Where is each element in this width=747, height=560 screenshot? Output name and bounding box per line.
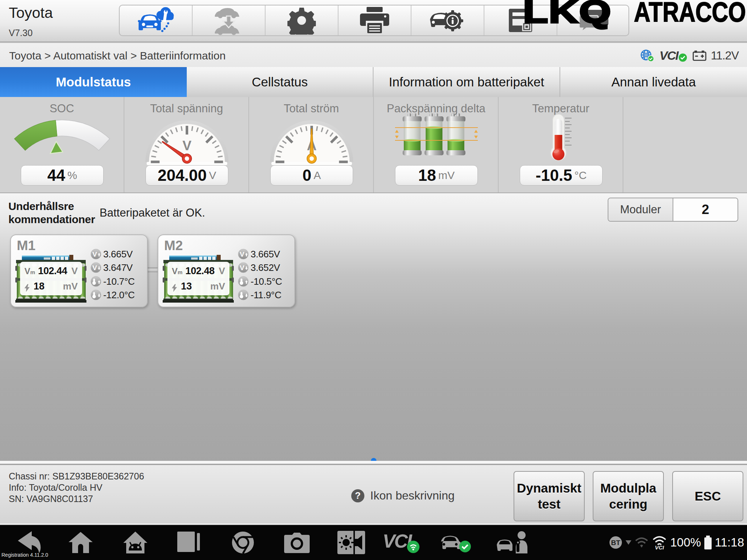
svg-text:V: V <box>182 138 191 153</box>
svg-text:V: V <box>92 264 97 272</box>
svg-text:V: V <box>240 264 244 272</box>
svg-text:V: V <box>240 250 244 258</box>
svg-text:VCI: VCI <box>655 544 665 550</box>
svg-text:V: V <box>92 250 97 258</box>
svg-text:BT: BT <box>611 539 621 547</box>
